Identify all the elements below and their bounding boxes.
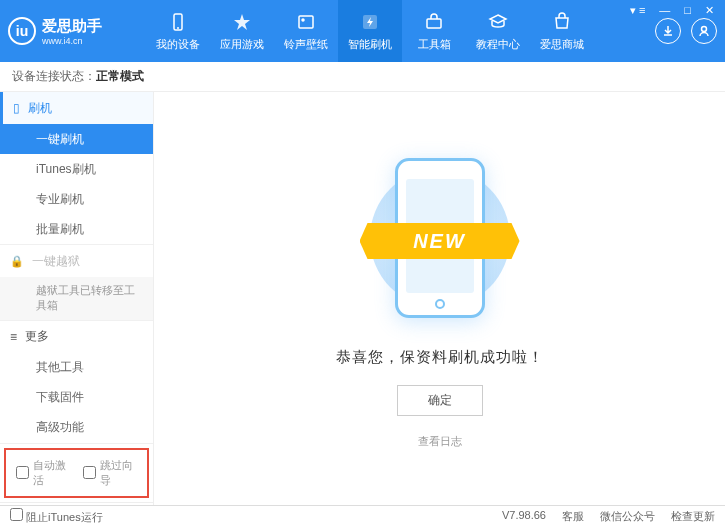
toolbox-icon: [423, 11, 445, 33]
sidebar-more-header[interactable]: ≡ 更多: [0, 321, 153, 353]
app-subtitle: www.i4.cn: [42, 36, 102, 46]
sidebar-item-advanced[interactable]: 高级功能: [0, 413, 153, 443]
skip-guide-checkbox[interactable]: 跳过向导: [83, 458, 138, 488]
minimize-icon[interactable]: —: [656, 4, 673, 17]
version-label: V7.98.66: [502, 509, 546, 524]
content-area: NEW 恭喜您，保资料刷机成功啦！ 确定 查看日志: [154, 92, 725, 505]
status-value: 正常模式: [96, 68, 144, 85]
wallpaper-icon: [295, 11, 317, 33]
nav-my-device[interactable]: 我的设备: [146, 0, 210, 62]
logo: iu 爱思助手 www.i4.cn: [8, 17, 146, 46]
footer-update[interactable]: 检查更新: [671, 509, 715, 524]
nav-toolbox[interactable]: 工具箱: [402, 0, 466, 62]
menu-icon[interactable]: ▾ ≡: [627, 4, 648, 17]
logo-icon: iu: [8, 17, 36, 45]
svg-point-3: [302, 19, 304, 21]
view-log-link[interactable]: 查看日志: [418, 434, 462, 449]
svg-rect-2: [299, 16, 313, 28]
confirm-button[interactable]: 确定: [397, 385, 483, 416]
flash-icon: [359, 11, 381, 33]
device-icon: [167, 11, 189, 33]
device-info[interactable]: ▯iPhone 15 Pro Max 512GB iPhone: [0, 502, 153, 505]
checkbox-options: 自动激活 跳过向导: [4, 448, 149, 498]
footer: 阻止iTunes运行 V7.98.66 客服 微信公众号 检查更新: [0, 505, 725, 527]
sidebar-item-pro[interactable]: 专业刷机: [0, 184, 153, 214]
header: iu 爱思助手 www.i4.cn 我的设备 应用游戏 铃声壁纸 智能刷机 工具…: [0, 0, 725, 62]
auto-activate-checkbox[interactable]: 自动激活: [16, 458, 71, 488]
status-label: 设备连接状态：: [12, 68, 96, 85]
close-icon[interactable]: ✕: [702, 4, 717, 17]
sidebar-item-itunes[interactable]: iTunes刷机: [0, 154, 153, 184]
footer-support[interactable]: 客服: [562, 509, 584, 524]
svg-point-6: [702, 27, 707, 32]
nav-tutorials[interactable]: 教程中心: [466, 0, 530, 62]
lock-icon: 🔒: [10, 255, 24, 268]
footer-wechat[interactable]: 微信公众号: [600, 509, 655, 524]
phone-icon: ▯: [13, 101, 20, 115]
nav-apps[interactable]: 应用游戏: [210, 0, 274, 62]
tutorial-icon: [487, 11, 509, 33]
sidebar: ▯ 刷机 一键刷机 iTunes刷机 专业刷机 批量刷机 🔒 一键越狱 越狱工具…: [0, 92, 154, 505]
sidebar-item-other[interactable]: 其他工具: [0, 353, 153, 383]
user-button[interactable]: [691, 18, 717, 44]
svg-rect-5: [427, 19, 441, 28]
store-icon: [551, 11, 573, 33]
success-illustration: NEW: [360, 148, 520, 328]
maximize-icon[interactable]: □: [681, 4, 694, 17]
status-bar: 设备连接状态： 正常模式: [0, 62, 725, 92]
success-message: 恭喜您，保资料刷机成功啦！: [336, 348, 544, 367]
new-banner: NEW: [360, 223, 520, 259]
download-button[interactable]: [655, 18, 681, 44]
more-icon: ≡: [10, 330, 17, 344]
sidebar-item-download[interactable]: 下载固件: [0, 383, 153, 413]
apps-icon: [231, 11, 253, 33]
sidebar-item-oneclick[interactable]: 一键刷机: [0, 124, 153, 154]
sidebar-jailbreak-header[interactable]: 🔒 一键越狱: [0, 245, 153, 277]
block-itunes-checkbox[interactable]: 阻止iTunes运行: [10, 508, 103, 525]
nav-ringtones[interactable]: 铃声壁纸: [274, 0, 338, 62]
sidebar-flash-header[interactable]: ▯ 刷机: [0, 92, 153, 124]
nav-store[interactable]: 爱思商城: [530, 0, 594, 62]
app-title: 爱思助手: [42, 17, 102, 36]
sidebar-jailbreak-note[interactable]: 越狱工具已转移至工具箱: [0, 277, 153, 320]
nav-flash[interactable]: 智能刷机: [338, 0, 402, 62]
sidebar-item-batch[interactable]: 批量刷机: [0, 214, 153, 244]
